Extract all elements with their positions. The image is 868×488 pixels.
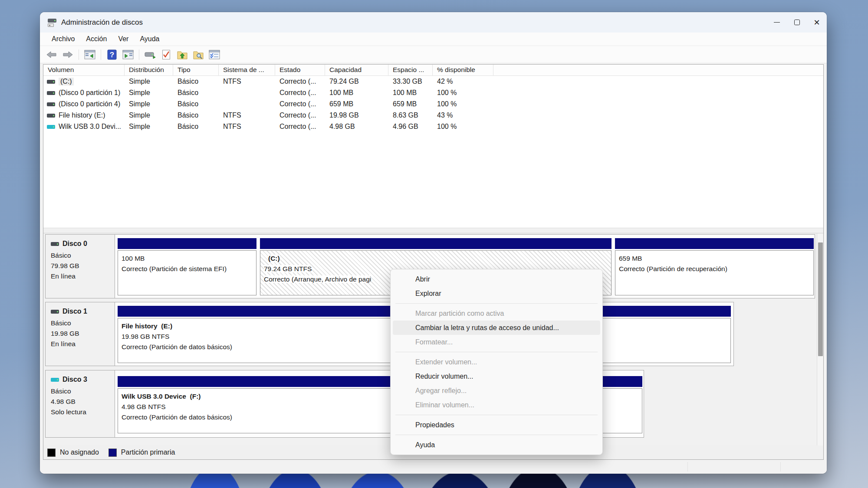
ctx-reducir-volumen[interactable]: Reducir volumen... — [393, 369, 600, 383]
pane-splitter[interactable] — [43, 228, 823, 233]
disk-status: En línea — [51, 340, 115, 348]
partition-size: 100 MB — [122, 255, 145, 262]
drive-tool-button[interactable] — [144, 48, 157, 61]
app-icon — [47, 18, 57, 27]
vertical-scrollbar[interactable] — [817, 233, 823, 446]
partition-efi[interactable]: 100 MB Correcto (Partición de sistema EF… — [117, 235, 257, 298]
show-action-pane-button[interactable] — [122, 48, 135, 61]
disk-header-disco3[interactable]: Disco 3 Básico 4.98 GB Solo lectura — [46, 370, 115, 437]
maximize-icon — [794, 20, 800, 25]
folder-up-button[interactable] — [176, 48, 189, 61]
disk-icon — [51, 310, 59, 314]
ctx-separator — [395, 415, 598, 415]
status-bar — [40, 460, 827, 474]
tasks-window-icon — [209, 50, 220, 59]
table-header-row: Volumen Distribución Tipo Sistema de ...… — [43, 65, 823, 76]
disk-size: 19.98 GB — [51, 330, 115, 337]
header-sistema[interactable]: Sistema de ... — [219, 65, 275, 76]
minimize-icon — [774, 22, 780, 23]
menu-archivo[interactable]: Archivo — [46, 34, 80, 44]
folder-search-button[interactable] — [192, 48, 205, 61]
partition-color-bar — [615, 238, 814, 249]
volume-icon — [47, 91, 55, 95]
disk-header-disco0[interactable]: Disco 0 Básico 79.98 GB En línea — [46, 235, 115, 298]
volume-icon — [47, 114, 55, 118]
desktop: { "window": { "title": "Administración d… — [0, 0, 868, 488]
ctx-separator — [395, 352, 598, 352]
menu-accion[interactable]: Acción — [80, 34, 112, 44]
disk-row-disco1: Disco 1 Básico 19.98 GB En línea File hi… — [45, 302, 734, 366]
show-console-tree-button[interactable] — [83, 48, 96, 61]
tasks-window-button[interactable] — [208, 48, 221, 61]
disk-status: En línea — [51, 272, 115, 280]
ctx-extender-volumen: Extender volumen... — [393, 355, 600, 369]
folder-search-icon — [193, 50, 204, 59]
table-row[interactable]: (Disco 0 partición 4) Simple Básico Corr… — [43, 98, 823, 110]
help-button[interactable]: ? — [105, 48, 118, 61]
partition-status: Correcto (Partición de datos básicos) — [122, 343, 232, 350]
partition-recovery[interactable]: 659 MB Correcto (Partición de recuperaci… — [614, 235, 815, 298]
volume-name: (C:) — [59, 78, 74, 85]
header-capacidad[interactable]: Capacidad — [325, 65, 388, 76]
context-menu: Abrir Explorar Marcar partición como act… — [390, 269, 603, 455]
disk-name: Disco 3 — [62, 376, 87, 383]
volume-name: File history (E:) — [59, 111, 105, 119]
maximize-button[interactable] — [787, 12, 807, 33]
status-separator — [687, 462, 688, 472]
ctx-eliminar-volumen: Eliminar volumen... — [393, 398, 600, 412]
ctx-explorar[interactable]: Explorar — [393, 286, 600, 301]
partition-status: Correcto (Partición de sistema EFI) — [122, 265, 227, 272]
toolbar-separator — [101, 49, 101, 60]
partition-color-bar — [118, 238, 256, 249]
header-disponible[interactable]: % disponible — [433, 65, 493, 76]
volume-name: (Disco 0 partición 4) — [59, 100, 120, 108]
ctx-cambiar-letra[interactable]: Cambiar la letra y rutas de acceso de un… — [393, 321, 600, 335]
ctx-propiedades[interactable]: Propiedades — [393, 418, 600, 432]
scrollbar-thumb[interactable] — [818, 242, 823, 356]
disk-status: Solo lectura — [51, 408, 115, 416]
disk-header-disco1[interactable]: Disco 1 Básico 19.98 GB En línea — [46, 302, 115, 366]
header-estado[interactable]: Estado — [275, 65, 325, 76]
svg-text:?: ? — [110, 51, 114, 59]
table-row[interactable]: Wilk USB 3.0 Devi... Simple Básico NTFS … — [43, 121, 823, 132]
disk-type: Básico — [51, 252, 115, 259]
minimize-button[interactable] — [767, 12, 787, 33]
show-action-pane-icon — [122, 50, 134, 59]
table-row[interactable]: File history (E:) Simple Básico NTFS Cor… — [43, 110, 823, 121]
disk-size: 4.98 GB — [51, 398, 115, 406]
toolbar-separator — [139, 49, 139, 60]
header-tipo[interactable]: Tipo — [173, 65, 219, 76]
table-row[interactable]: (C:) Simple Básico NTFS Correcto (... 79… — [43, 76, 823, 87]
window-title: Administración de discos — [61, 18, 143, 27]
menu-ver[interactable]: Ver — [112, 34, 134, 44]
partition-size: 4.98 GB NTFS — [122, 403, 166, 410]
partition-size: 659 MB — [619, 255, 642, 262]
close-button[interactable]: ✕ — [807, 12, 827, 33]
disk-type: Básico — [51, 319, 115, 327]
close-icon: ✕ — [813, 19, 820, 26]
back-icon — [46, 51, 57, 58]
header-distribucion[interactable]: Distribución — [125, 65, 173, 76]
usb-disk-icon — [51, 378, 59, 382]
header-volumen[interactable]: Volumen — [43, 65, 125, 76]
help-icon: ? — [107, 49, 117, 60]
show-console-tree-icon — [84, 50, 95, 59]
forward-button[interactable] — [61, 48, 74, 61]
title-bar: Administración de discos ✕ — [40, 12, 827, 33]
menu-ayuda[interactable]: Ayuda — [134, 34, 165, 44]
ctx-ayuda[interactable]: Ayuda — [393, 438, 600, 452]
volume-name: Wilk USB 3.0 Devi... — [59, 123, 121, 131]
disk-name: Disco 0 — [62, 240, 87, 248]
back-button[interactable] — [45, 48, 58, 61]
menu-bar: Archivo Acción Ver Ayuda — [40, 33, 827, 46]
volume-icon — [47, 80, 55, 84]
header-espacio[interactable]: Espacio ... — [388, 65, 433, 76]
partition-name: Wilk USB 3.0 Device (F:) — [122, 393, 201, 400]
partition-color-bar — [260, 238, 612, 249]
ctx-separator — [395, 435, 598, 435]
table-row[interactable]: (Disco 0 partición 1) Simple Básico Corr… — [43, 87, 823, 98]
ctx-abrir[interactable]: Abrir — [393, 272, 600, 286]
legend-swatch-primary — [108, 449, 117, 457]
toolbar-separator — [79, 49, 79, 60]
checklist-document-button[interactable] — [160, 48, 173, 61]
